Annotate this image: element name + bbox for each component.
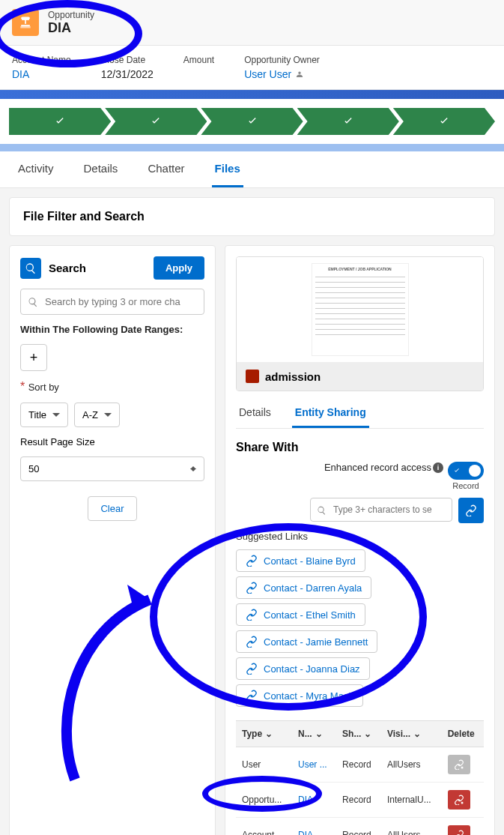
cell-name[interactable]: User ... xyxy=(292,747,336,783)
suggested-links-label: Suggested Links xyxy=(236,531,484,542)
info-icon[interactable]: i xyxy=(433,462,443,473)
search-title: Search xyxy=(49,262,86,274)
path-step-2[interactable] xyxy=(105,108,207,135)
clear-button[interactable]: Clear xyxy=(88,496,136,521)
suggested-link-pill[interactable]: Contact - Jamie Bennett xyxy=(236,630,377,653)
owner-value[interactable]: User User xyxy=(244,68,291,80)
sort-label: Sort by xyxy=(28,382,59,393)
file-name: admission xyxy=(265,370,321,383)
main-tabs: Activity Details Chatter Files xyxy=(0,151,504,188)
tab-files[interactable]: Files xyxy=(212,151,243,187)
suggested-link-pill[interactable]: Contact - Darren Ayala xyxy=(236,576,371,599)
cell-share: Record xyxy=(336,783,381,818)
account-name-value[interactable]: DIA xyxy=(12,68,71,80)
path-step-3[interactable] xyxy=(201,108,303,135)
cell-type: User xyxy=(236,747,292,783)
toggle-state-label: Record xyxy=(452,481,479,490)
svg-point-0 xyxy=(25,22,26,24)
date-range-label: Within The Following Date Ranges: xyxy=(20,324,204,335)
col-name[interactable]: N...⌄ xyxy=(292,721,336,747)
delete-button xyxy=(448,755,470,774)
opportunity-icon xyxy=(12,9,39,36)
sort-direction-select[interactable]: A-Z xyxy=(74,403,120,427)
change-owner-icon[interactable] xyxy=(294,69,305,79)
record-type-label: Opportunity xyxy=(48,10,94,20)
table-row: Opportu...DIARecordInternalU... xyxy=(236,783,484,818)
suggested-link-pill[interactable]: Contact - Blaine Byrd xyxy=(236,549,365,572)
search-input-icon xyxy=(28,297,38,307)
cell-vis: InternalU... xyxy=(381,783,442,818)
decorative-stripe xyxy=(0,144,504,151)
document-thumbnail: EMPLOYMENT / JOB APPLICATION xyxy=(312,263,409,356)
record-name: DIA xyxy=(48,20,94,36)
decorative-stripe xyxy=(0,90,504,99)
owner-label: Opportunity Owner xyxy=(244,55,320,65)
delete-button[interactable] xyxy=(448,790,470,810)
path-step-5[interactable] xyxy=(393,108,495,135)
cell-type: Account xyxy=(236,818,292,836)
annotation-arrow xyxy=(45,570,195,795)
search-input[interactable] xyxy=(20,289,204,315)
link-search-icon xyxy=(317,506,327,516)
cell-vis: AllUsers xyxy=(381,747,442,783)
suggested-link-pill[interactable]: Contact - Myra Mack xyxy=(236,684,363,707)
field-row: Account Name DIA Close Date 12/31/2022 A… xyxy=(0,46,504,90)
tab-chatter[interactable]: Chatter xyxy=(145,151,187,187)
table-row: AccountDIARecordAllUsers xyxy=(236,818,484,836)
amount-label: Amount xyxy=(183,55,214,65)
col-delete: Delete xyxy=(442,721,484,747)
tab-activity[interactable]: Activity xyxy=(15,151,57,187)
apply-button[interactable]: Apply xyxy=(154,256,204,280)
sort-field-select[interactable]: Title xyxy=(20,403,68,427)
link-search-input[interactable] xyxy=(310,498,452,522)
search-icon xyxy=(20,258,41,279)
cell-type: Opportu... xyxy=(236,783,292,818)
suggested-link-pill[interactable]: Contact - Ethel Smith xyxy=(236,603,365,626)
sub-tab-entity-sharing[interactable]: Entity Sharing xyxy=(292,399,369,428)
record-header: Opportunity DIA xyxy=(0,0,504,46)
close-date-label: Close Date xyxy=(101,55,154,65)
cell-vis: AllUsers xyxy=(381,818,442,836)
filter-panel-title: File Filter and Search xyxy=(9,197,495,236)
pdf-icon xyxy=(246,370,259,383)
close-date-value: 12/31/2022 xyxy=(101,68,154,80)
col-visibility[interactable]: Visi...⌄ xyxy=(381,721,442,747)
enhanced-access-label: Enhanced record access xyxy=(324,462,431,473)
page-size-label: Result Page Size xyxy=(20,436,204,447)
cell-name[interactable]: DIA xyxy=(292,818,336,836)
file-preview: EMPLOYMENT / JOB APPLICATION admission xyxy=(236,256,484,391)
cell-name[interactable]: DIA xyxy=(292,783,336,818)
table-row: UserUser ...RecordAllUsers xyxy=(236,747,484,783)
path-component xyxy=(0,99,504,144)
path-step-4[interactable] xyxy=(297,108,399,135)
add-date-range-button[interactable]: + xyxy=(20,344,47,371)
col-type[interactable]: Type⌄ xyxy=(236,721,292,747)
path-step-1[interactable] xyxy=(9,108,111,135)
share-table: Type⌄ N...⌄ Sh...⌄ Visi...⌄ Delete UserU… xyxy=(236,720,484,835)
share-with-title: Share With xyxy=(236,441,484,454)
file-detail-panel: EMPLOYMENT / JOB APPLICATION admission D… xyxy=(225,245,495,835)
add-link-button[interactable] xyxy=(458,498,484,523)
delete-button[interactable] xyxy=(448,825,470,835)
page-size-select[interactable]: 50 xyxy=(20,456,204,481)
account-name-label: Account Name xyxy=(12,55,71,65)
suggested-links-list: Contact - Blaine ByrdContact - Darren Ay… xyxy=(236,549,484,707)
cell-share: Record xyxy=(336,818,381,836)
cell-share: Record xyxy=(336,747,381,783)
sub-tab-details[interactable]: Details xyxy=(236,399,274,428)
tab-details[interactable]: Details xyxy=(81,151,121,187)
sub-tabs: Details Entity Sharing xyxy=(236,399,484,429)
enhanced-access-toggle[interactable] xyxy=(448,462,484,480)
col-share[interactable]: Sh...⌄ xyxy=(336,721,381,747)
suggested-link-pill[interactable]: Contact - Joanna Diaz xyxy=(236,657,370,680)
